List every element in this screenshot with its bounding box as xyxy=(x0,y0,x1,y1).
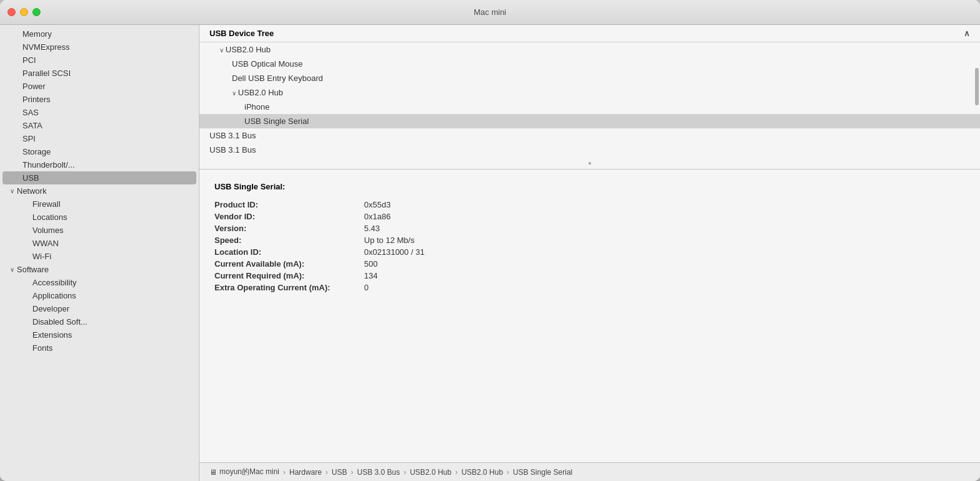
detail-field-value: 0 xyxy=(364,283,368,292)
sidebar-item-network[interactable]: ∨Network xyxy=(0,184,199,198)
sidebar-item-accessibility[interactable]: Accessibility xyxy=(0,276,199,289)
detail-field-value: 0x55d3 xyxy=(364,200,391,209)
sidebar-section-label: Software xyxy=(17,265,49,274)
tree-item-label: USB2.0 Hub xyxy=(238,88,283,97)
separator: ● xyxy=(199,157,980,169)
sidebar-item-thunderbolt[interactable]: Thunderbolt/... xyxy=(0,158,199,171)
detail-row: Current Available (mA):500 xyxy=(214,259,965,269)
tree-list: ∨ USB2.0 HubUSB Optical MouseDell USB En… xyxy=(199,42,980,157)
breadcrumb-item: USB 3.0 Bus xyxy=(357,468,400,477)
detail-row: Extra Operating Current (mA):0 xyxy=(214,283,965,292)
window-title: Mac mini xyxy=(474,7,506,17)
breadcrumb-separator: › xyxy=(455,468,458,477)
detail-field-label: Version: xyxy=(214,224,364,233)
collapse-icon[interactable]: ∧ xyxy=(964,29,970,38)
detail-row: Speed:Up to 12 Mb/s xyxy=(214,236,965,245)
main-content: MemoryNVMExpressPCIParallel SCSIPowerPri… xyxy=(0,25,980,481)
sidebar-item-sas[interactable]: SAS xyxy=(0,106,199,119)
tree-item-label: iPhone xyxy=(244,102,269,112)
detail-field-value: 500 xyxy=(364,259,378,269)
breadcrumb-item: moyun的Mac mini xyxy=(219,467,279,477)
tree-item-usb-single-serial[interactable]: USB Single Serial xyxy=(199,114,980,128)
chevron-icon: ∨ xyxy=(232,90,238,97)
breadcrumb-item: USB2.0 Hub xyxy=(410,468,451,477)
app-window: Mac mini MemoryNVMExpressPCIParallel SCS… xyxy=(0,0,980,481)
sidebar-item-spi[interactable]: SPI xyxy=(0,132,199,145)
detail-field-label: Current Available (mA): xyxy=(214,259,364,269)
tree-item-usb20hub-2[interactable]: ∨ USB2.0 Hub xyxy=(199,85,980,100)
tree-item-iphone[interactable]: iPhone xyxy=(199,100,980,114)
chevron-icon: ∨ xyxy=(219,47,226,54)
sidebar-item-applications[interactable]: Applications xyxy=(0,289,199,302)
minimize-button[interactable] xyxy=(20,8,28,16)
sidebar-item-developer[interactable]: Developer xyxy=(0,302,199,315)
scrollbar-track[interactable] xyxy=(973,25,980,169)
detail-row: Location ID:0x02131000 / 31 xyxy=(214,247,965,257)
sidebar-item-wwan[interactable]: WWAN xyxy=(0,237,199,250)
close-button[interactable] xyxy=(7,8,16,16)
breadcrumb-item: USB Single Serial xyxy=(513,468,572,477)
sidebar-item-sata[interactable]: SATA xyxy=(0,119,199,132)
breadcrumb-separator: › xyxy=(403,468,406,477)
breadcrumb-separator: › xyxy=(351,468,353,477)
sidebar-item-storage[interactable]: Storage xyxy=(0,145,199,158)
detail-row: Current Required (mA):134 xyxy=(214,271,965,280)
chevron-icon: ∨ xyxy=(10,188,14,194)
scrollbar-thumb[interactable] xyxy=(975,68,979,105)
detail-field-label: Speed: xyxy=(214,236,364,245)
sidebar-item-pci[interactable]: PCI xyxy=(0,54,199,67)
maximize-button[interactable] xyxy=(32,8,41,16)
sidebar-item-parallel-scsi[interactable]: Parallel SCSI xyxy=(0,67,199,80)
tree-item-dell-keyboard[interactable]: Dell USB Entry Keyboard xyxy=(199,71,980,85)
device-tree-header: USB Device Tree ∧ xyxy=(199,25,980,42)
detail-field-label: Extra Operating Current (mA): xyxy=(214,283,364,292)
detail-field-value: Up to 12 Mb/s xyxy=(364,236,415,245)
detail-title: USB Single Serial: xyxy=(214,182,965,191)
device-tree-title: USB Device Tree xyxy=(209,29,274,38)
sidebar-item-software[interactable]: ∨Software xyxy=(0,263,199,276)
sidebar-item-printers[interactable]: Printers xyxy=(0,93,199,106)
detail-field-value: 5.43 xyxy=(364,224,380,233)
sidebar-section-label: Network xyxy=(17,186,47,196)
detail-panel: USB Device Tree ∧ ∨ USB2.0 HubUSB Optica… xyxy=(199,25,980,481)
tree-item-usb-optical-mouse[interactable]: USB Optical Mouse xyxy=(199,57,980,71)
tree-item-usb20hub-1[interactable]: ∨ USB2.0 Hub xyxy=(199,42,980,57)
breadcrumb-separator: › xyxy=(325,468,328,477)
breadcrumb-item: USB2.0 Hub xyxy=(461,468,503,477)
tree-item-usb31bus-1[interactable]: USB 3.1 Bus xyxy=(199,128,980,143)
sidebar-item-locations[interactable]: Locations xyxy=(0,211,199,224)
breadcrumb-computer-icon: 🖥 xyxy=(209,468,217,477)
breadcrumb-separator: › xyxy=(507,468,509,477)
device-tree: USB Device Tree ∧ ∨ USB2.0 HubUSB Optica… xyxy=(199,25,980,169)
tree-item-label: USB 3.1 Bus xyxy=(209,145,256,155)
sidebar-item-volumes[interactable]: Volumes xyxy=(0,224,199,237)
sidebar-item-nvmexpress[interactable]: NVMExpress xyxy=(0,40,199,54)
detail-row: Version:5.43 xyxy=(214,224,965,233)
detail-field-value: 0x02131000 / 31 xyxy=(364,247,425,257)
sidebar-item-extensions[interactable]: Extensions xyxy=(0,328,199,341)
breadcrumb-bar: 🖥moyun的Mac mini › Hardware › USB › USB 3… xyxy=(199,462,980,481)
detail-field-value: 134 xyxy=(364,271,378,280)
sidebar: MemoryNVMExpressPCIParallel SCSIPowerPri… xyxy=(0,25,199,481)
detail-field-label: Vendor ID: xyxy=(214,212,364,221)
tree-item-label: Dell USB Entry Keyboard xyxy=(232,74,323,83)
sidebar-item-usb[interactable]: USB xyxy=(2,171,196,184)
detail-fields: Product ID:0x55d3Vendor ID:0x1a86Version… xyxy=(214,200,965,292)
traffic-lights xyxy=(7,8,41,16)
sidebar-item-firewall[interactable]: Firewall xyxy=(0,198,199,211)
detail-info: USB Single Serial: Product ID:0x55d3Vend… xyxy=(199,169,980,462)
sidebar-item-memory[interactable]: Memory xyxy=(0,27,199,40)
titlebar: Mac mini xyxy=(0,0,980,25)
breadcrumb-separator: › xyxy=(283,468,286,477)
sidebar-item-power[interactable]: Power xyxy=(0,80,199,93)
sidebar-item-disabled-soft[interactable]: Disabled Soft... xyxy=(0,315,199,328)
breadcrumb-item: Hardware xyxy=(289,468,322,477)
tree-item-label: USB2.0 Hub xyxy=(226,45,271,54)
tree-item-usb31bus-2[interactable]: USB 3.1 Bus xyxy=(199,143,980,157)
detail-row: Vendor ID:0x1a86 xyxy=(214,212,965,221)
detail-field-value: 0x1a86 xyxy=(364,212,391,221)
sidebar-item-fonts[interactable]: Fonts xyxy=(0,341,199,355)
detail-field-label: Product ID: xyxy=(214,200,364,209)
sidebar-item-wifi[interactable]: Wi-Fi xyxy=(0,250,199,263)
tree-item-label: USB Optical Mouse xyxy=(232,59,302,69)
